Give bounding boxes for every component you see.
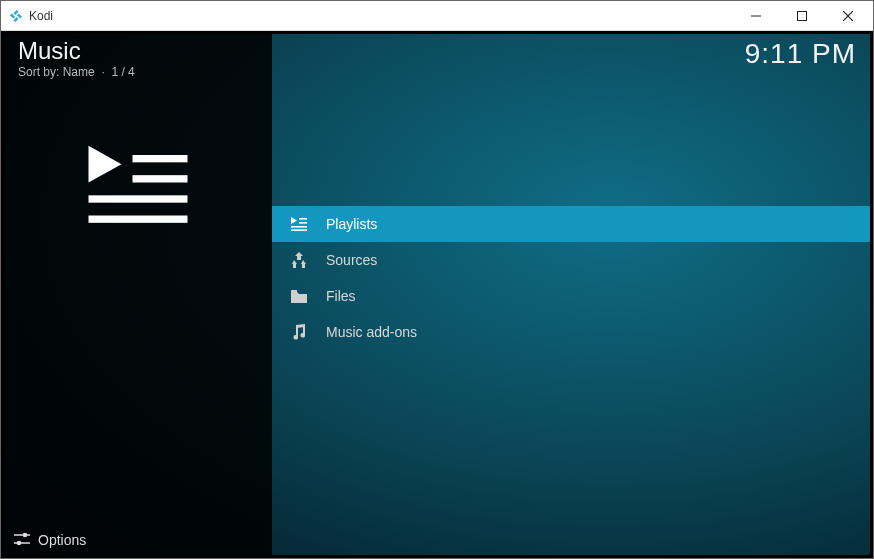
list-item-playlists[interactable]: Playlists	[272, 206, 870, 242]
list-position: 1 / 4	[111, 65, 134, 79]
svg-rect-11	[89, 195, 188, 202]
list-item-label: Files	[326, 288, 356, 304]
sidebar: Options	[4, 34, 272, 555]
list-item-sources[interactable]: Sources	[272, 242, 870, 278]
svg-rect-3	[14, 17, 19, 22]
svg-rect-12	[89, 216, 188, 223]
sort-label[interactable]: Sort by: Name	[18, 65, 95, 79]
options-button[interactable]: Options	[4, 525, 272, 555]
main-list: Playlists Sources	[272, 34, 870, 555]
kodi-logo-icon	[9, 9, 23, 23]
list-item-label: Sources	[326, 252, 377, 268]
music-note-icon	[290, 324, 308, 340]
svg-marker-17	[291, 217, 297, 224]
close-button[interactable]	[825, 1, 871, 31]
svg-point-15	[23, 532, 28, 537]
svg-rect-20	[291, 226, 307, 228]
svg-rect-22	[291, 290, 297, 292]
svg-rect-2	[17, 13, 22, 18]
category-playlist-icon	[83, 138, 193, 238]
options-label: Options	[38, 532, 86, 548]
svg-rect-0	[14, 10, 19, 15]
app-body: Music Sort by: Name · 1 / 4 9:11 PM	[1, 31, 873, 558]
sort-and-position: Sort by: Name · 1 / 4	[18, 65, 135, 79]
list-item-files[interactable]: Files	[272, 278, 870, 314]
list-item-music-addons[interactable]: Music add-ons	[272, 314, 870, 350]
separator-dot: ·	[98, 65, 111, 79]
list-item-label: Playlists	[326, 216, 377, 232]
minimize-button[interactable]	[733, 1, 779, 31]
svg-rect-19	[299, 222, 307, 224]
clock: 9:11 PM	[745, 38, 856, 70]
playlist-icon	[290, 217, 308, 231]
kodi-window: Kodi Music Sort by: Name · 1 / 4	[0, 0, 874, 559]
sources-icon	[290, 252, 308, 268]
app-title: Kodi	[29, 9, 53, 23]
list-item-label: Music add-ons	[326, 324, 417, 340]
titlebar: Kodi	[1, 1, 873, 31]
section-title: Music	[18, 38, 135, 64]
svg-point-16	[17, 540, 22, 545]
svg-rect-10	[133, 175, 188, 182]
svg-rect-9	[133, 155, 188, 162]
svg-rect-1	[10, 13, 15, 18]
svg-rect-18	[299, 218, 307, 220]
folder-icon	[290, 290, 308, 303]
options-icon	[14, 532, 30, 549]
svg-marker-8	[89, 146, 122, 183]
maximize-button[interactable]	[779, 1, 825, 31]
svg-rect-21	[291, 229, 307, 231]
svg-rect-5	[798, 11, 807, 20]
